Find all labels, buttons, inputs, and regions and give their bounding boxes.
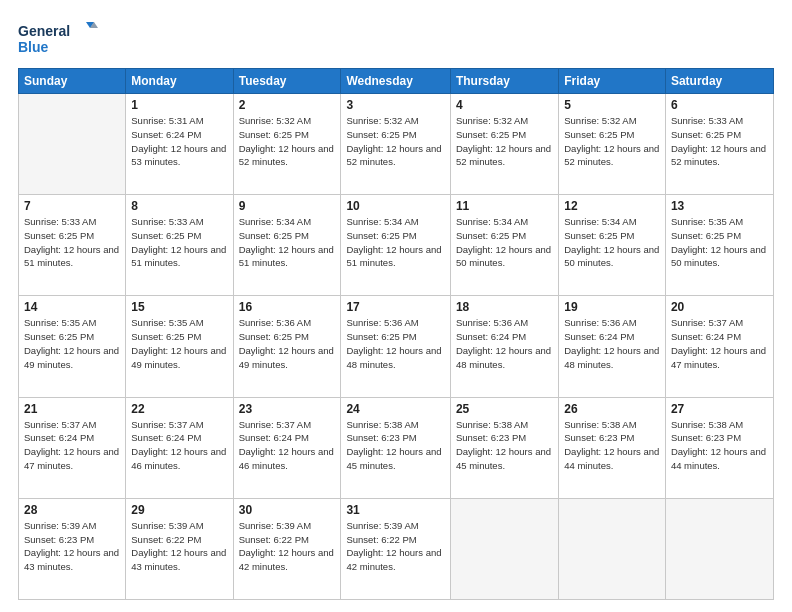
day-number: 30 [239, 503, 336, 517]
day-detail: Sunrise: 5:38 AMSunset: 6:23 PMDaylight:… [456, 418, 553, 473]
day-cell: 21Sunrise: 5:37 AMSunset: 6:24 PMDayligh… [19, 397, 126, 498]
day-cell: 30Sunrise: 5:39 AMSunset: 6:22 PMDayligh… [233, 498, 341, 599]
day-cell: 5Sunrise: 5:32 AMSunset: 6:25 PMDaylight… [559, 94, 666, 195]
day-cell: 27Sunrise: 5:38 AMSunset: 6:23 PMDayligh… [665, 397, 773, 498]
header-cell-friday: Friday [559, 69, 666, 94]
day-cell: 16Sunrise: 5:36 AMSunset: 6:25 PMDayligh… [233, 296, 341, 397]
day-detail: Sunrise: 5:39 AMSunset: 6:22 PMDaylight:… [346, 519, 445, 574]
header-cell-saturday: Saturday [665, 69, 773, 94]
day-cell: 11Sunrise: 5:34 AMSunset: 6:25 PMDayligh… [450, 195, 558, 296]
header: General Blue [18, 18, 774, 58]
day-cell: 7Sunrise: 5:33 AMSunset: 6:25 PMDaylight… [19, 195, 126, 296]
day-number: 29 [131, 503, 227, 517]
day-number: 6 [671, 98, 768, 112]
day-detail: Sunrise: 5:36 AMSunset: 6:25 PMDaylight:… [346, 316, 445, 371]
day-number: 25 [456, 402, 553, 416]
day-cell: 17Sunrise: 5:36 AMSunset: 6:25 PMDayligh… [341, 296, 451, 397]
logo-svg: General Blue [18, 18, 98, 58]
page: General Blue SundayMondayTuesdayWednesda… [0, 0, 792, 612]
day-detail: Sunrise: 5:33 AMSunset: 6:25 PMDaylight:… [671, 114, 768, 169]
day-number: 14 [24, 300, 120, 314]
day-detail: Sunrise: 5:36 AMSunset: 6:25 PMDaylight:… [239, 316, 336, 371]
day-number: 13 [671, 199, 768, 213]
day-detail: Sunrise: 5:39 AMSunset: 6:23 PMDaylight:… [24, 519, 120, 574]
day-detail: Sunrise: 5:34 AMSunset: 6:25 PMDaylight:… [564, 215, 660, 270]
day-cell [665, 498, 773, 599]
day-number: 9 [239, 199, 336, 213]
day-detail: Sunrise: 5:38 AMSunset: 6:23 PMDaylight:… [346, 418, 445, 473]
logo: General Blue [18, 18, 98, 58]
day-cell: 9Sunrise: 5:34 AMSunset: 6:25 PMDaylight… [233, 195, 341, 296]
day-cell: 25Sunrise: 5:38 AMSunset: 6:23 PMDayligh… [450, 397, 558, 498]
day-detail: Sunrise: 5:34 AMSunset: 6:25 PMDaylight:… [239, 215, 336, 270]
day-number: 3 [346, 98, 445, 112]
day-detail: Sunrise: 5:38 AMSunset: 6:23 PMDaylight:… [671, 418, 768, 473]
day-detail: Sunrise: 5:35 AMSunset: 6:25 PMDaylight:… [131, 316, 227, 371]
day-number: 19 [564, 300, 660, 314]
day-detail: Sunrise: 5:34 AMSunset: 6:25 PMDaylight:… [456, 215, 553, 270]
day-number: 7 [24, 199, 120, 213]
day-cell: 8Sunrise: 5:33 AMSunset: 6:25 PMDaylight… [126, 195, 233, 296]
day-detail: Sunrise: 5:38 AMSunset: 6:23 PMDaylight:… [564, 418, 660, 473]
day-number: 10 [346, 199, 445, 213]
day-detail: Sunrise: 5:34 AMSunset: 6:25 PMDaylight:… [346, 215, 445, 270]
day-number: 17 [346, 300, 445, 314]
day-cell: 24Sunrise: 5:38 AMSunset: 6:23 PMDayligh… [341, 397, 451, 498]
day-number: 21 [24, 402, 120, 416]
day-detail: Sunrise: 5:39 AMSunset: 6:22 PMDaylight:… [131, 519, 227, 574]
day-cell: 15Sunrise: 5:35 AMSunset: 6:25 PMDayligh… [126, 296, 233, 397]
day-cell: 10Sunrise: 5:34 AMSunset: 6:25 PMDayligh… [341, 195, 451, 296]
day-cell [450, 498, 558, 599]
day-detail: Sunrise: 5:35 AMSunset: 6:25 PMDaylight:… [671, 215, 768, 270]
day-detail: Sunrise: 5:35 AMSunset: 6:25 PMDaylight:… [24, 316, 120, 371]
day-cell: 26Sunrise: 5:38 AMSunset: 6:23 PMDayligh… [559, 397, 666, 498]
header-cell-sunday: Sunday [19, 69, 126, 94]
week-row-4: 21Sunrise: 5:37 AMSunset: 6:24 PMDayligh… [19, 397, 774, 498]
day-cell: 3Sunrise: 5:32 AMSunset: 6:25 PMDaylight… [341, 94, 451, 195]
day-detail: Sunrise: 5:37 AMSunset: 6:24 PMDaylight:… [131, 418, 227, 473]
day-detail: Sunrise: 5:31 AMSunset: 6:24 PMDaylight:… [131, 114, 227, 169]
week-row-5: 28Sunrise: 5:39 AMSunset: 6:23 PMDayligh… [19, 498, 774, 599]
day-detail: Sunrise: 5:32 AMSunset: 6:25 PMDaylight:… [346, 114, 445, 169]
day-number: 22 [131, 402, 227, 416]
day-cell: 28Sunrise: 5:39 AMSunset: 6:23 PMDayligh… [19, 498, 126, 599]
day-number: 8 [131, 199, 227, 213]
day-cell: 2Sunrise: 5:32 AMSunset: 6:25 PMDaylight… [233, 94, 341, 195]
day-number: 24 [346, 402, 445, 416]
day-number: 27 [671, 402, 768, 416]
day-number: 4 [456, 98, 553, 112]
day-number: 5 [564, 98, 660, 112]
header-cell-tuesday: Tuesday [233, 69, 341, 94]
header-cell-monday: Monday [126, 69, 233, 94]
day-detail: Sunrise: 5:37 AMSunset: 6:24 PMDaylight:… [671, 316, 768, 371]
day-cell: 13Sunrise: 5:35 AMSunset: 6:25 PMDayligh… [665, 195, 773, 296]
day-cell: 23Sunrise: 5:37 AMSunset: 6:24 PMDayligh… [233, 397, 341, 498]
day-number: 16 [239, 300, 336, 314]
day-number: 11 [456, 199, 553, 213]
day-cell: 6Sunrise: 5:33 AMSunset: 6:25 PMDaylight… [665, 94, 773, 195]
day-detail: Sunrise: 5:32 AMSunset: 6:25 PMDaylight:… [564, 114, 660, 169]
day-number: 12 [564, 199, 660, 213]
day-cell: 29Sunrise: 5:39 AMSunset: 6:22 PMDayligh… [126, 498, 233, 599]
day-number: 20 [671, 300, 768, 314]
day-number: 28 [24, 503, 120, 517]
day-detail: Sunrise: 5:39 AMSunset: 6:22 PMDaylight:… [239, 519, 336, 574]
day-cell: 19Sunrise: 5:36 AMSunset: 6:24 PMDayligh… [559, 296, 666, 397]
day-detail: Sunrise: 5:36 AMSunset: 6:24 PMDaylight:… [456, 316, 553, 371]
day-detail: Sunrise: 5:37 AMSunset: 6:24 PMDaylight:… [239, 418, 336, 473]
day-cell [559, 498, 666, 599]
day-cell: 18Sunrise: 5:36 AMSunset: 6:24 PMDayligh… [450, 296, 558, 397]
week-row-1: 1Sunrise: 5:31 AMSunset: 6:24 PMDaylight… [19, 94, 774, 195]
day-cell [19, 94, 126, 195]
calendar-table: SundayMondayTuesdayWednesdayThursdayFrid… [18, 68, 774, 600]
day-number: 1 [131, 98, 227, 112]
day-cell: 14Sunrise: 5:35 AMSunset: 6:25 PMDayligh… [19, 296, 126, 397]
day-cell: 1Sunrise: 5:31 AMSunset: 6:24 PMDaylight… [126, 94, 233, 195]
day-cell: 22Sunrise: 5:37 AMSunset: 6:24 PMDayligh… [126, 397, 233, 498]
day-number: 31 [346, 503, 445, 517]
day-number: 26 [564, 402, 660, 416]
week-row-3: 14Sunrise: 5:35 AMSunset: 6:25 PMDayligh… [19, 296, 774, 397]
day-cell: 12Sunrise: 5:34 AMSunset: 6:25 PMDayligh… [559, 195, 666, 296]
header-cell-thursday: Thursday [450, 69, 558, 94]
day-number: 18 [456, 300, 553, 314]
